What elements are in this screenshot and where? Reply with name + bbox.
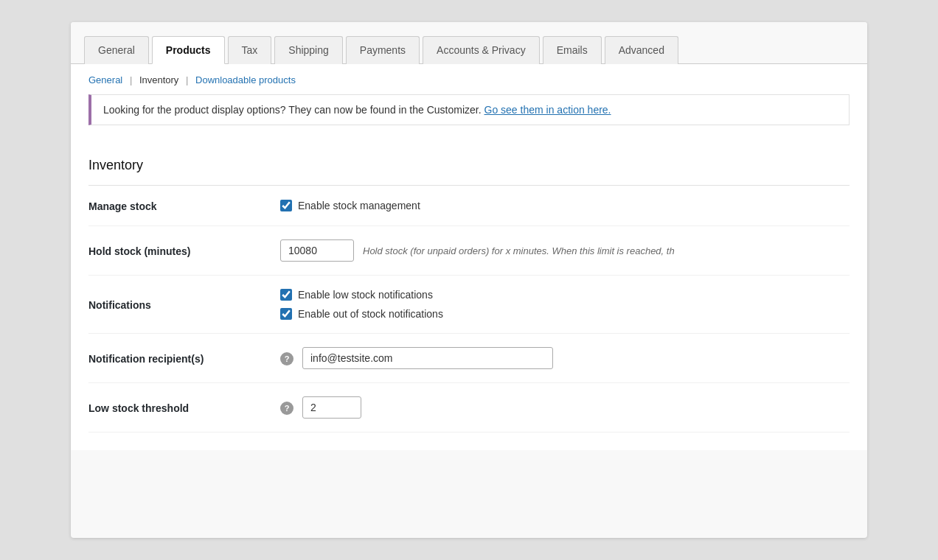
tab-products[interactable]: Products <box>152 36 225 64</box>
breadcrumb-general[interactable]: General <box>88 74 122 85</box>
breadcrumb: General | Inventory | Downloadable produ… <box>88 64 850 94</box>
row-notifications: Notifications Enable low stock notificat… <box>88 276 850 334</box>
low-stock-label[interactable]: Enable low stock notifications <box>298 289 433 301</box>
tab-tax[interactable]: Tax <box>228 36 272 64</box>
row-low-stock-threshold: Low stock threshold ? <box>88 383 850 433</box>
label-hold-stock: Hold stock (minutes) <box>88 245 190 257</box>
row-hold-stock: Hold stock (minutes) Hold stock (for unp… <box>88 226 850 276</box>
hold-stock-wrapper: Hold stock (for unpaid orders) for x min… <box>280 239 841 262</box>
tab-shipping[interactable]: Shipping <box>274 36 343 64</box>
manage-stock-checkbox[interactable] <box>280 200 292 211</box>
tab-payments[interactable]: Payments <box>346 36 420 64</box>
tab-general[interactable]: General <box>84 36 149 64</box>
hold-stock-hint: Hold stock (for unpaid orders) for x min… <box>363 245 675 256</box>
tabs-nav: General Products Tax Shipping Payments A… <box>71 22 867 64</box>
out-of-stock-row: Enable out of stock notifications <box>280 308 841 320</box>
notification-recipient-help-icon[interactable]: ? <box>280 352 293 365</box>
notice-text: Looking for the product display options?… <box>103 104 482 116</box>
out-of-stock-checkbox[interactable] <box>280 308 292 320</box>
low-stock-checkbox[interactable] <box>280 289 292 301</box>
low-stock-row: Enable low stock notifications <box>280 289 841 301</box>
label-notifications: Notifications <box>88 299 151 311</box>
row-manage-stock: Manage stock Enable stock management <box>88 186 850 226</box>
label-low-stock-threshold: Low stock threshold <box>88 402 189 414</box>
breadcrumb-sep-1: | <box>130 74 132 85</box>
out-of-stock-label[interactable]: Enable out of stock notifications <box>298 308 443 320</box>
hold-stock-input[interactable] <box>280 239 354 262</box>
label-notification-recipient: Notification recipient(s) <box>88 353 204 365</box>
tab-advanced[interactable]: Advanced <box>605 36 678 64</box>
label-manage-stock: Manage stock <box>88 200 157 212</box>
breadcrumb-sep-2: | <box>186 74 188 85</box>
breadcrumb-downloadable[interactable]: Downloadable products <box>195 74 296 85</box>
manage-stock-row: Enable stock management <box>280 200 841 211</box>
low-stock-threshold-help-icon[interactable]: ? <box>280 402 293 415</box>
breadcrumb-inventory: Inventory <box>139 74 178 85</box>
notice-link[interactable]: Go see them in action here. <box>484 104 611 116</box>
low-stock-threshold-input[interactable] <box>302 396 361 419</box>
settings-table: Manage stock Enable stock management Hol… <box>88 186 850 433</box>
content-area: General | Inventory | Downloadable produ… <box>71 64 867 450</box>
settings-panel: General Products Tax Shipping Payments A… <box>71 22 867 538</box>
notice-banner: Looking for the product display options?… <box>88 94 850 125</box>
tab-accounts-privacy[interactable]: Accounts & Privacy <box>423 36 540 64</box>
notification-recipient-input[interactable] <box>302 347 553 369</box>
row-notification-recipient: Notification recipient(s) ? <box>88 334 850 383</box>
manage-stock-label[interactable]: Enable stock management <box>298 200 420 211</box>
tab-emails[interactable]: Emails <box>543 36 602 64</box>
section-title-inventory: Inventory <box>88 143 850 186</box>
